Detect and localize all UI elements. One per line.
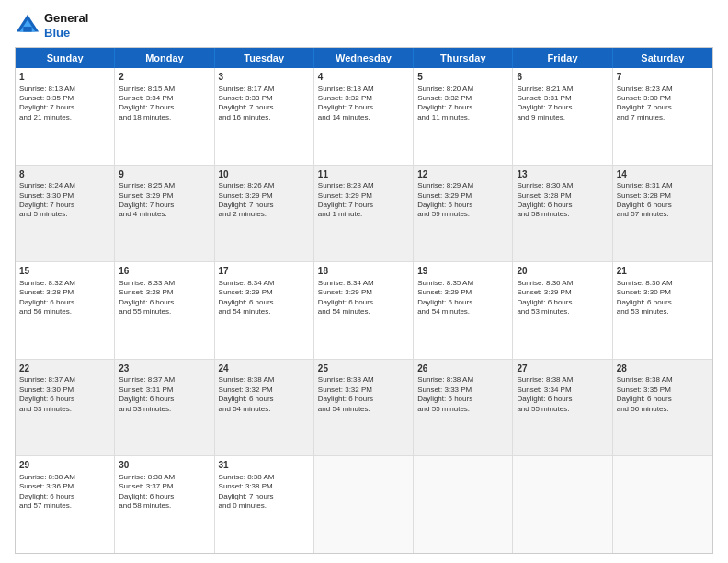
calendar-cell: 10Sunrise: 8:26 AMSunset: 3:29 PMDayligh… [215, 166, 314, 262]
calendar-cell: 18Sunrise: 8:34 AMSunset: 3:29 PMDayligh… [314, 262, 414, 359]
cell-line: Daylight: 6 hours [318, 395, 409, 404]
calendar-cell: 21Sunrise: 8:36 AMSunset: 3:30 PMDayligh… [613, 262, 712, 359]
cell-line: and 21 minutes. [19, 113, 110, 122]
calendar-cell: 31Sunrise: 8:38 AMSunset: 3:38 PMDayligh… [215, 456, 314, 553]
cell-line: Sunset: 3:28 PM [617, 191, 709, 201]
day-number: 19 [417, 265, 508, 278]
calendar-row-5: 29Sunrise: 8:38 AMSunset: 3:36 PMDayligh… [16, 456, 712, 553]
cell-line: Sunrise: 8:13 AM [19, 85, 110, 94]
cell-line: Sunset: 3:29 PM [417, 288, 508, 297]
calendar-cell: 8Sunrise: 8:24 AMSunset: 3:30 PMDaylight… [16, 166, 115, 262]
cell-line: and 53 minutes. [119, 405, 210, 414]
calendar-cell [314, 456, 414, 553]
calendar-cell: 27Sunrise: 8:38 AMSunset: 3:34 PMDayligh… [513, 360, 612, 456]
calendar-cell: 26Sunrise: 8:38 AMSunset: 3:33 PMDayligh… [414, 360, 513, 456]
cell-line: Sunset: 3:35 PM [19, 94, 110, 103]
cell-line: Sunset: 3:29 PM [318, 191, 409, 201]
day-number: 28 [617, 362, 709, 375]
cell-line: and 54 minutes. [219, 307, 310, 316]
cell-line: Sunrise: 8:34 AM [318, 279, 409, 288]
calendar-cell: 13Sunrise: 8:30 AMSunset: 3:28 PMDayligh… [513, 166, 612, 262]
cell-line: and 59 minutes. [417, 210, 508, 219]
calendar-row-3: 15Sunrise: 8:32 AMSunset: 3:28 PMDayligh… [16, 262, 712, 360]
day-number: 15 [19, 265, 110, 278]
cell-line: Sunset: 3:28 PM [517, 191, 608, 201]
cell-line: Sunset: 3:29 PM [219, 288, 310, 297]
calendar-cell: 25Sunrise: 8:38 AMSunset: 3:32 PMDayligh… [314, 360, 414, 456]
calendar-cell: 24Sunrise: 8:38 AMSunset: 3:32 PMDayligh… [215, 360, 314, 456]
cell-line: Sunrise: 8:37 AM [119, 375, 210, 385]
cell-line: and 16 minutes. [219, 113, 310, 122]
day-number: 4 [318, 71, 409, 84]
weekday-header-monday: Monday [115, 48, 214, 68]
cell-line: Sunrise: 8:30 AM [517, 181, 608, 190]
cell-line: Sunset: 3:37 PM [119, 482, 210, 491]
cell-line: and 56 minutes. [19, 307, 110, 316]
cell-line: Daylight: 7 hours [517, 103, 608, 112]
cell-line: Sunrise: 8:31 AM [617, 181, 709, 190]
cell-line: Sunrise: 8:17 AM [219, 85, 310, 94]
cell-line: Sunset: 3:33 PM [219, 94, 310, 103]
calendar-cell: 12Sunrise: 8:29 AMSunset: 3:29 PMDayligh… [414, 166, 513, 262]
cell-line: Daylight: 7 hours [119, 103, 210, 112]
cell-line: and 7 minutes. [617, 113, 709, 122]
cell-line: Sunrise: 8:23 AM [617, 85, 709, 94]
cell-line: and 55 minutes. [517, 405, 608, 414]
calendar-cell: 7Sunrise: 8:23 AMSunset: 3:30 PMDaylight… [613, 68, 712, 165]
cell-line: Sunset: 3:32 PM [417, 94, 508, 103]
cell-line: Sunset: 3:29 PM [517, 288, 608, 297]
day-number: 22 [19, 362, 110, 375]
cell-line: and 2 minutes. [219, 210, 310, 219]
logo-icon [15, 13, 40, 39]
cell-line: Sunrise: 8:38 AM [417, 375, 508, 385]
calendar-cell: 3Sunrise: 8:17 AMSunset: 3:33 PMDaylight… [215, 68, 314, 165]
cell-line: Sunset: 3:30 PM [19, 191, 110, 201]
calendar-cell [414, 456, 513, 553]
cell-line: Sunset: 3:36 PM [19, 482, 110, 491]
cell-line: and 53 minutes. [517, 307, 608, 316]
cell-line: Daylight: 6 hours [617, 395, 709, 404]
day-number: 25 [318, 362, 409, 375]
day-number: 3 [219, 71, 310, 84]
weekday-header-friday: Friday [513, 48, 612, 68]
calendar-cell: 16Sunrise: 8:33 AMSunset: 3:28 PMDayligh… [115, 262, 214, 359]
cell-line: and 55 minutes. [119, 307, 210, 316]
calendar-cell: 19Sunrise: 8:35 AMSunset: 3:29 PMDayligh… [414, 262, 513, 359]
cell-line: and 57 minutes. [19, 501, 110, 511]
calendar-cell [613, 456, 712, 553]
cell-line: Sunset: 3:32 PM [318, 385, 409, 395]
day-number: 26 [417, 362, 508, 375]
day-number: 9 [119, 168, 210, 181]
calendar-cell: 14Sunrise: 8:31 AMSunset: 3:28 PMDayligh… [613, 166, 712, 262]
cell-line: and 57 minutes. [617, 210, 709, 219]
cell-line: and 0 minutes. [219, 501, 310, 511]
cell-line: Sunrise: 8:18 AM [318, 85, 409, 94]
day-number: 14 [617, 168, 709, 181]
cell-line: and 5 minutes. [19, 210, 110, 219]
cell-line: Daylight: 7 hours [19, 201, 110, 210]
weekday-header-sunday: Sunday [16, 48, 115, 68]
cell-line: and 14 minutes. [318, 113, 409, 122]
cell-line: Daylight: 6 hours [219, 298, 310, 307]
cell-line: Daylight: 6 hours [19, 492, 110, 501]
cell-line: and 53 minutes. [19, 405, 110, 414]
cell-line: Sunset: 3:30 PM [617, 94, 709, 103]
cell-line: Daylight: 6 hours [119, 298, 210, 307]
calendar-row-4: 22Sunrise: 8:37 AMSunset: 3:30 PMDayligh… [16, 360, 712, 457]
cell-line: Sunset: 3:28 PM [119, 288, 210, 297]
weekday-header-saturday: Saturday [613, 48, 712, 68]
cell-line: Daylight: 6 hours [417, 201, 508, 210]
cell-line: and 4 minutes. [119, 210, 210, 219]
cell-line: and 58 minutes. [517, 210, 608, 219]
cell-line: Sunrise: 8:33 AM [119, 279, 210, 288]
cell-line: and 56 minutes. [617, 405, 709, 414]
cell-line: Daylight: 6 hours [417, 395, 508, 404]
cell-line: Sunrise: 8:36 AM [517, 279, 608, 288]
cell-line: Sunrise: 8:28 AM [318, 181, 409, 190]
cell-line: Daylight: 6 hours [19, 298, 110, 307]
calendar-cell: 2Sunrise: 8:15 AMSunset: 3:34 PMDaylight… [115, 68, 214, 165]
cell-line: Sunset: 3:30 PM [617, 288, 709, 297]
logo-text-blue: Blue [44, 26, 88, 40]
cell-line: Sunrise: 8:38 AM [119, 473, 210, 482]
cell-line: and 54 minutes. [417, 307, 508, 316]
